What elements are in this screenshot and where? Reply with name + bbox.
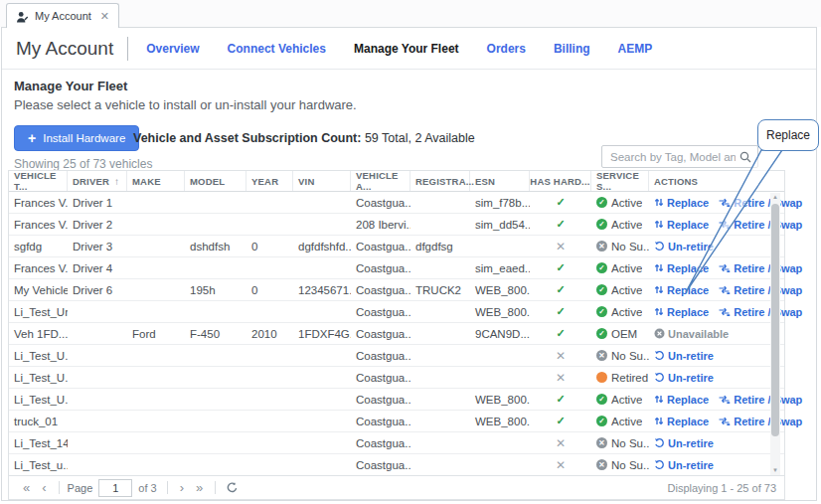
column-header[interactable]: YEAR bbox=[246, 171, 293, 191]
column-header[interactable]: SERVICE S... bbox=[591, 171, 649, 191]
status-label: Retired bbox=[611, 372, 648, 384]
table-row[interactable]: Li_Test_U...Coastgua...✕RetiredUn-retire bbox=[9, 367, 784, 389]
nav-aemp[interactable]: AEMP bbox=[618, 42, 653, 56]
retire-swap-action[interactable]: Retire / Swap bbox=[718, 284, 802, 296]
table-row[interactable]: Frances V...Driver 1Coastgua...sim_f78b.… bbox=[9, 192, 784, 214]
table-row[interactable]: My VehicleDriver 6195h012345671...Coastg… bbox=[9, 279, 784, 301]
page-number-input[interactable] bbox=[98, 479, 132, 497]
vehicle-tag-cell: sgfdg bbox=[9, 241, 68, 252]
actions-cell: ReplaceRetire / Swap bbox=[649, 416, 760, 427]
tab-close-icon[interactable]: ✕ bbox=[100, 11, 109, 22]
column-header[interactable]: VEHICLE A... bbox=[351, 171, 410, 191]
vehicle-area-cell: 208 Ibervi... bbox=[351, 219, 410, 231]
replace-action[interactable]: Replace bbox=[654, 262, 709, 274]
nav-billing[interactable]: Billing bbox=[554, 42, 590, 56]
has-hardware-cell: ✓ bbox=[530, 261, 591, 274]
service-status-cell: ✓Active bbox=[591, 219, 649, 231]
car-swap-icon bbox=[718, 284, 731, 295]
retire-swap-action[interactable]: Retire / Swap bbox=[718, 219, 802, 231]
retire-swap-action[interactable]: Retire / Swap bbox=[718, 306, 802, 318]
action-label: Retire / Swap bbox=[734, 219, 802, 231]
action-label: Un-retire bbox=[668, 241, 714, 252]
table-row[interactable]: truck_01Coastgua...WEB_800...✓✓ActiveRep… bbox=[9, 411, 784, 432]
un-retire-action[interactable]: Un-retire bbox=[654, 372, 714, 384]
table-header-row: VEHICLE T...DRIVER↑MAKEMODELYEARVINVEHIC… bbox=[9, 171, 784, 192]
first-page-button[interactable]: « bbox=[17, 481, 36, 494]
circle-x-icon bbox=[654, 328, 665, 339]
vehicle-tag-cell: truck_01 bbox=[9, 416, 68, 427]
un-retire-action[interactable]: Un-retire bbox=[654, 437, 714, 449]
section-subtitle: Please select a vehicle to install or un… bbox=[14, 97, 357, 112]
column-header[interactable]: MODEL bbox=[185, 171, 246, 191]
prev-page-button[interactable]: ‹ bbox=[36, 481, 52, 494]
table-row[interactable]: Li_Test_14Coastgua...✕✕No Su...Un-retire bbox=[9, 432, 784, 454]
table-scrollbar[interactable]: ▲ ▼ bbox=[770, 193, 780, 475]
scroll-down-icon[interactable]: ▼ bbox=[770, 466, 780, 475]
column-header[interactable]: ACTIONS bbox=[649, 171, 760, 191]
tab-my-account[interactable]: My Account ✕ bbox=[6, 3, 119, 28]
table-row[interactable]: Veh 1FD...FordF-45020101FDXF4G...Coastgu… bbox=[9, 323, 784, 345]
nav-connect-vehicles[interactable]: Connect Vehicles bbox=[228, 42, 326, 56]
registration-cell: dfgdfsg bbox=[410, 241, 470, 252]
retire-swap-action[interactable]: Retire / Swap bbox=[718, 262, 802, 274]
status-label: Active bbox=[611, 416, 642, 427]
retire-swap-action[interactable]: Retire / Swap bbox=[718, 197, 802, 209]
replace-action[interactable]: Replace bbox=[654, 394, 709, 406]
nav-orders[interactable]: Orders bbox=[487, 42, 526, 56]
plus-icon: + bbox=[28, 131, 36, 145]
un-retire-action[interactable]: Un-retire bbox=[654, 241, 714, 252]
check-icon: ✓ bbox=[556, 218, 565, 231]
vehicle-area-cell: Coastgua... bbox=[351, 197, 410, 209]
table-row[interactable]: sgfdgDriver 3dshdfsh0dgfdfshfd...Coastgu… bbox=[9, 236, 784, 257]
table-row[interactable]: Li_Test_UnitCoastgua...WEB_800...✓✓Activ… bbox=[9, 301, 784, 323]
my-account-panel: My Account OverviewConnect VehiclesManag… bbox=[1, 27, 817, 501]
column-header[interactable]: ESN bbox=[470, 171, 530, 191]
status-label: No Su... bbox=[611, 350, 649, 362]
check-icon: ✓ bbox=[556, 283, 565, 296]
check-icon: ✓ bbox=[556, 393, 565, 406]
check-icon: ✓ bbox=[556, 196, 565, 209]
vehicle-area-cell: Coastgua... bbox=[351, 350, 410, 362]
replace-action[interactable]: Replace bbox=[654, 284, 709, 296]
replace-action[interactable]: Replace bbox=[654, 416, 709, 427]
make-cell: Ford bbox=[127, 328, 185, 340]
nav-manage-your-fleet[interactable]: Manage Your Fleet bbox=[354, 42, 459, 56]
nav-overview[interactable]: Overview bbox=[146, 42, 199, 56]
column-header[interactable]: HAS HARD... bbox=[530, 171, 591, 191]
un-retire-action[interactable]: Un-retire bbox=[654, 459, 714, 471]
scrollbar-thumb[interactable] bbox=[771, 204, 779, 436]
table-row[interactable]: Frances V...Driver 4Coastgua...sim_eaed.… bbox=[9, 257, 784, 279]
search-icon[interactable] bbox=[739, 151, 751, 163]
last-page-button[interactable]: » bbox=[190, 481, 209, 494]
service-status-cell: ✕No Su... bbox=[591, 241, 649, 252]
column-header[interactable]: REGISTRA... bbox=[410, 171, 470, 191]
has-hardware-cell: ✓ bbox=[530, 415, 591, 427]
column-header[interactable]: VIN bbox=[293, 171, 351, 191]
search-input[interactable] bbox=[602, 151, 739, 163]
swap-vert-icon bbox=[654, 219, 664, 230]
table-row[interactable]: Li_Test_u...Coastgua...✕✕No Su...Un-reti… bbox=[9, 454, 784, 476]
table-row[interactable]: Li_Test_U...Coastgua...WEB_800...✓✓Activ… bbox=[9, 389, 784, 411]
un-retire-action[interactable]: Un-retire bbox=[654, 350, 714, 362]
car-swap-icon bbox=[718, 219, 731, 230]
replace-action[interactable]: Replace bbox=[654, 306, 709, 318]
swap-vert-icon bbox=[654, 394, 664, 405]
table-row[interactable]: Frances V...Driver 2208 Ibervi...sim_dd5… bbox=[9, 214, 784, 236]
install-hardware-button[interactable]: + Install Hardware bbox=[14, 125, 139, 151]
column-header[interactable]: VEHICLE T... bbox=[9, 171, 68, 191]
pager-divider bbox=[167, 481, 168, 494]
column-header[interactable]: DRIVER↑ bbox=[68, 171, 127, 191]
column-header[interactable]: MAKE bbox=[127, 171, 185, 191]
action-label: Replace bbox=[667, 394, 709, 406]
next-page-button[interactable]: › bbox=[174, 481, 190, 494]
replace-action[interactable]: Replace bbox=[654, 219, 709, 231]
replace-action[interactable]: Replace bbox=[654, 197, 709, 209]
refresh-button[interactable] bbox=[222, 481, 243, 494]
retire-swap-action[interactable]: Retire / Swap bbox=[718, 416, 802, 427]
retire-swap-action[interactable]: Retire / Swap bbox=[718, 394, 802, 406]
scroll-up-icon[interactable]: ▲ bbox=[770, 193, 780, 202]
actions-cell: Un-retire bbox=[649, 241, 760, 252]
user-edit-icon bbox=[16, 10, 29, 23]
table-row[interactable]: Li_Test_U...Coastgua...✕✕No Su...Un-reti… bbox=[9, 345, 784, 367]
vehicle-tag-cell: Li_Test_u... bbox=[9, 459, 68, 471]
